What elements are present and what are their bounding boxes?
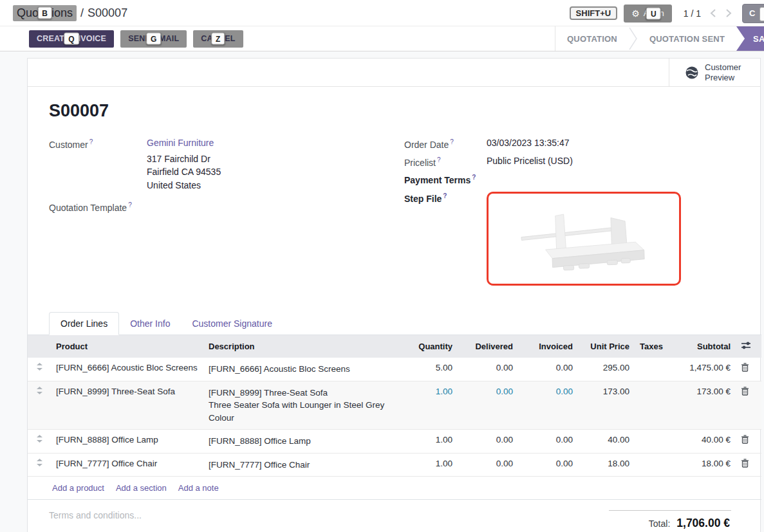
cell-product[interactable]: [FURN_6666] Acoustic Bloc Screens <box>51 358 203 381</box>
tab-customer-signature[interactable]: Customer Signature <box>181 313 283 335</box>
step-file-3d-part <box>516 203 651 274</box>
delete-row-icon[interactable] <box>741 459 749 468</box>
cell-unit-price[interactable]: 295.00 <box>578 358 635 381</box>
top-right-controls: SHIFT+U ⚙ A U ion 1 / 1 C <box>570 0 764 26</box>
field-order-date: Order Date? 03/03/2023 13:35:47 <box>404 138 739 150</box>
pager-next-icon[interactable] <box>725 8 732 18</box>
key-hint-create-invoice: Q <box>64 33 79 45</box>
cell-subtotal: 1,475.00 € <box>671 358 736 381</box>
cell-description[interactable]: [FURN_7777] Office Chair <box>203 453 400 477</box>
cell-product[interactable]: [FURN_8888] Office Lamp <box>51 430 203 454</box>
cell-invoiced[interactable]: 0.00 <box>518 358 578 381</box>
key-hint-send-email: G <box>146 33 162 45</box>
order-lines-table: Product Description Quantity Delivered I… <box>28 335 761 477</box>
delete-row-icon[interactable] <box>741 387 749 396</box>
cutoff-create-button[interactable]: C <box>742 4 764 23</box>
help-icon: ? <box>472 174 476 181</box>
step-file-preview[interactable] <box>487 192 681 286</box>
header-handle <box>28 335 51 358</box>
field-payment-terms: Payment Terms? <box>404 173 739 185</box>
create-invoice-button[interactable]: CREATE INVOICE Q <box>29 30 114 48</box>
tab-other-info[interactable]: Other Info <box>119 313 181 335</box>
tab-order-lines[interactable]: Order Lines <box>49 312 119 335</box>
delete-row-icon[interactable] <box>741 363 749 372</box>
terms-input[interactable]: Terms and conditions... <box>49 510 142 530</box>
pager: 1 / 1 <box>684 8 732 19</box>
cancel-button[interactable]: CANCEL Z <box>193 30 243 48</box>
order-date-value[interactable]: 03/03/2023 13:35:47 <box>487 138 569 150</box>
cell-delivered[interactable]: 0.00 <box>458 381 518 430</box>
cell-invoiced[interactable]: 0.00 <box>518 453 578 477</box>
pricelist-value[interactable]: Public Pricelist (USD) <box>487 156 573 168</box>
add-note-link[interactable]: Add a note <box>178 483 219 493</box>
shortcut-badge: SHIFT+U <box>570 6 618 20</box>
cell-unit-price[interactable]: 40.00 <box>578 430 635 454</box>
cell-quantity[interactable]: 1.00 <box>400 381 458 430</box>
header-quantity[interactable]: Quantity <box>400 335 458 358</box>
header-product[interactable]: Product <box>51 335 203 358</box>
drag-handle-icon[interactable] <box>28 381 51 430</box>
adjust-columns-icon[interactable] <box>741 341 751 350</box>
total-label: Total: <box>649 518 670 529</box>
table-footer-links: Add a product Add a section Add a note <box>28 477 761 500</box>
customer-preview-button[interactable]: Customer Preview <box>669 59 760 86</box>
cell-delivered[interactable]: 0.00 <box>458 453 518 477</box>
cell-description[interactable]: [FURN_8999] Three-Seat Sofa Three Seater… <box>203 381 400 430</box>
customer-value: Gemini Furniture 317 Fairchild Dr Fairfi… <box>147 138 221 192</box>
pager-count: 1 / 1 <box>684 8 701 19</box>
customer-preview-label: Customer Preview <box>705 62 745 82</box>
drag-handle-icon[interactable] <box>28 453 51 477</box>
cell-taxes[interactable] <box>635 453 671 477</box>
header-unit-price[interactable]: Unit Price <box>578 335 635 358</box>
globe-icon <box>685 66 699 80</box>
header-invoiced[interactable]: Invoiced <box>518 335 578 358</box>
cell-product[interactable]: [FURN_7777] Office Chair <box>51 453 203 477</box>
cell-taxes[interactable] <box>635 430 671 454</box>
order-date-label: Order Date? <box>404 138 487 150</box>
pager-prev-icon[interactable] <box>710 8 716 18</box>
total-value: 1,706.00 € <box>676 517 730 529</box>
button-box: Customer Preview <box>28 59 760 87</box>
header-delivered[interactable]: Delivered <box>458 335 518 358</box>
add-section-link[interactable]: Add a section <box>116 483 167 493</box>
header-taxes[interactable]: Taxes <box>635 335 671 358</box>
cell-actions <box>736 358 761 381</box>
cell-description[interactable]: [FURN_8888] Office Lamp <box>203 430 400 454</box>
key-hint-action: U <box>646 7 661 19</box>
table-row: [FURN_8888] Office Lamp [FURN_8888] Offi… <box>28 430 761 454</box>
cell-delivered[interactable]: 0.00 <box>458 358 518 381</box>
cell-product[interactable]: [FURN_8999] Three-Seat Sofa <box>51 381 203 430</box>
header-subtotal[interactable]: Subtotal <box>671 335 736 358</box>
breadcrumb-record: S00007 <box>88 6 127 20</box>
cell-subtotal: 18.00 € <box>671 453 736 477</box>
stage-sales-order[interactable]: SALES ORDER <box>736 26 764 51</box>
action-menu-button[interactable]: ⚙ A U ion <box>624 5 672 23</box>
customer-link[interactable]: Gemini Furniture <box>147 138 214 148</box>
breadcrumb-quotations[interactable]: Quotations B <box>13 5 77 21</box>
cell-invoiced[interactable]: 0.00 <box>518 430 578 454</box>
help-icon: ? <box>443 192 447 199</box>
cell-quantity[interactable]: 1.00 <box>400 453 458 477</box>
drag-handle-icon[interactable] <box>28 430 51 454</box>
cell-quantity[interactable]: 1.00 <box>400 430 458 454</box>
cell-description[interactable]: [FURN_6666] Acoustic Bloc Screens <box>203 358 400 381</box>
cell-taxes[interactable] <box>635 358 671 381</box>
field-step-file: Step File? <box>404 192 739 286</box>
cell-unit-price[interactable]: 173.00 <box>578 381 635 430</box>
key-hint-cutoff <box>759 7 764 21</box>
sheet-body: S00007 Customer? Gemini Furniture 317 Fa… <box>28 101 760 530</box>
stage-quotation[interactable]: QUOTATION <box>555 26 629 51</box>
stage-quotation-sent[interactable]: QUOTATION SENT <box>638 26 736 51</box>
send-email-button[interactable]: SEND EMAIL G <box>120 30 187 48</box>
delete-row-icon[interactable] <box>741 435 749 444</box>
field-pricelist: Pricelist? Public Pricelist (USD) <box>404 156 739 168</box>
help-icon: ? <box>437 156 441 163</box>
header-description[interactable]: Description <box>203 335 400 358</box>
drag-handle-icon[interactable] <box>28 358 51 381</box>
cell-quantity[interactable]: 5.00 <box>400 358 458 381</box>
cell-invoiced[interactable]: 0.00 <box>518 381 578 430</box>
cell-taxes[interactable] <box>635 381 671 430</box>
cell-unit-price[interactable]: 18.00 <box>578 453 635 477</box>
add-product-link[interactable]: Add a product <box>52 483 104 493</box>
cell-delivered[interactable]: 0.00 <box>458 430 518 454</box>
